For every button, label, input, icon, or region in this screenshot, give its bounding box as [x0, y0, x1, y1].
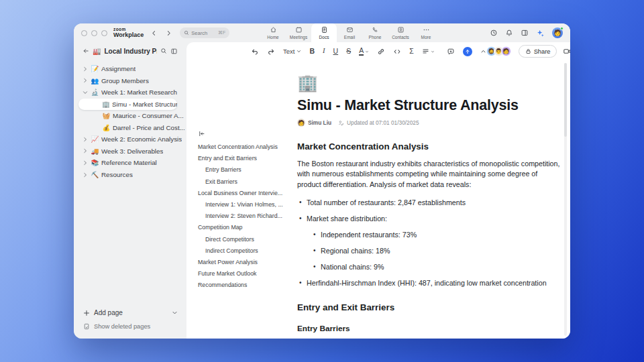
- sidebar-item-assignment[interactable]: 📝Assignment: [74, 63, 186, 75]
- redo-icon[interactable]: [267, 48, 275, 56]
- docs-icon: [321, 26, 328, 34]
- sidebar-item-maurice-consumer-a[interactable]: 🧺Maurice - Consumer A...: [74, 110, 186, 122]
- ai-companion-icon[interactable]: [536, 29, 545, 38]
- outline-item[interactable]: Market Power Analysis: [198, 258, 296, 267]
- chevron-right-icon[interactable]: [83, 66, 89, 72]
- bold-button[interactable]: B: [309, 48, 315, 55]
- outline-item[interactable]: Competition Map: [198, 223, 296, 232]
- strikethrough-button[interactable]: S: [346, 48, 351, 55]
- close-window-button[interactable]: [81, 30, 87, 36]
- chevron-down-icon: [365, 50, 369, 54]
- share-button[interactable]: Share: [519, 45, 557, 58]
- outline-item[interactable]: Recommendations: [198, 281, 296, 290]
- chevron-down-icon[interactable]: [172, 310, 178, 316]
- app-nav-tabs: Home Meetings Docs Email Phone Contacts: [260, 23, 439, 42]
- code-icon[interactable]: [393, 48, 401, 56]
- sidebar-item-simu-market-structur[interactable]: 🏢Simu - Market Structur...: [78, 99, 177, 110]
- formula-button[interactable]: Σ: [409, 48, 414, 55]
- document-canvas: Market Concentration AnalysisEntry and E…: [186, 60, 570, 339]
- outline-item[interactable]: Interview 1: Vivian Holmes, ...: [198, 200, 296, 209]
- show-deleted-pages-button[interactable]: Show deleted pages: [83, 323, 178, 330]
- maximize-window-button[interactable]: [101, 30, 107, 36]
- text-style-dropdown[interactable]: Text: [283, 48, 301, 55]
- bullet-item: Total number of restaurants: 2,847 estab…: [297, 198, 561, 207]
- sidebar-item-week-1-market-research[interactable]: 🔬Week 1: Market Research: [74, 86, 186, 99]
- outline-item[interactable]: Entry and Exit Barriers: [198, 154, 296, 163]
- forward-icon[interactable]: [166, 30, 172, 36]
- project-title: Local Industry Project: [104, 48, 157, 55]
- sidebar-item-week-3-deliverables[interactable]: 🚚Week 3: Deliverables: [74, 145, 186, 158]
- tab-more[interactable]: More: [413, 23, 439, 42]
- outline-item[interactable]: Exit Barriers: [198, 178, 296, 186]
- sidebar-search-icon[interactable]: [160, 48, 167, 54]
- side-panel-icon[interactable]: [521, 29, 529, 37]
- italic-button[interactable]: I: [323, 48, 325, 55]
- collaborator-avatars[interactable]: 🧔 👨 🧑: [486, 46, 511, 56]
- outline-item[interactable]: Interview 2: Steven Richard...: [198, 212, 296, 221]
- scrollbar-thumb[interactable]: [564, 63, 567, 137]
- chevron-right-icon[interactable]: [83, 78, 89, 83]
- page-emoji: 📚: [91, 159, 99, 166]
- collapse-sidebar-icon[interactable]: [170, 48, 178, 55]
- ai-ask-button[interactable]: [463, 47, 472, 56]
- history-clock-icon[interactable]: [490, 29, 498, 37]
- tab-home[interactable]: Home: [260, 23, 286, 42]
- user-avatar[interactable]: 🧑: [552, 27, 563, 38]
- doc-p: The Boston restaurant industry exhibits …: [297, 159, 561, 190]
- author-name: Simu Liu: [308, 119, 331, 126]
- link-icon[interactable]: [377, 48, 385, 56]
- outline-item[interactable]: Direct Competitors: [198, 235, 296, 244]
- align-icon: [422, 48, 429, 55]
- sidebar-item-darrel-price-and-cost[interactable]: 💰Darrel - Price and Cost...: [74, 121, 186, 133]
- search-input[interactable]: Search ⌘F: [180, 27, 229, 38]
- chevron-right-icon[interactable]: [83, 172, 89, 178]
- chevron-right-icon[interactable]: [83, 160, 89, 166]
- chevron-down-icon[interactable]: [83, 90, 89, 95]
- desktop-background: { "chrome": { "brand_line1": "zoom", "br…: [0, 0, 644, 362]
- bullet-item: Market share distribution:: [297, 214, 561, 223]
- undo-icon[interactable]: [251, 48, 259, 56]
- sidebar-item-reference-material[interactable]: 📚Reference Material: [74, 157, 186, 169]
- outline-item[interactable]: Future Market Outlook: [198, 269, 296, 278]
- text-color-button[interactable]: A: [359, 47, 369, 56]
- tab-email[interactable]: Email: [337, 23, 362, 42]
- notifications-bell-icon[interactable]: [505, 29, 513, 37]
- back-icon[interactable]: [151, 30, 157, 36]
- doc-h3: Entry Barriers: [297, 324, 561, 333]
- sidebar-item-resources[interactable]: ⛏️Resources: [74, 169, 186, 181]
- align-dropdown[interactable]: [422, 48, 435, 55]
- tab-docs[interactable]: Docs: [311, 23, 337, 42]
- zoom-workplace-logo: zoom Workplace: [113, 27, 144, 39]
- document-title[interactable]: Simu - Market Structure Analysis: [297, 97, 561, 114]
- document-byline: 🧑 Simu Liu Updated at 07:01 01/30/2025: [297, 119, 561, 127]
- minimize-window-button[interactable]: [91, 30, 97, 36]
- sidebar-item-group-members[interactable]: 👥Group Members: [74, 75, 186, 87]
- contacts-icon: [397, 26, 405, 34]
- outline-item[interactable]: Entry Barriers: [198, 166, 296, 174]
- underline-button[interactable]: U: [333, 48, 339, 55]
- tab-phone[interactable]: Phone: [362, 23, 388, 42]
- outline-collapse-icon[interactable]: [198, 130, 296, 137]
- plus-icon: [83, 310, 90, 316]
- project-emoji: 🏭: [93, 48, 101, 55]
- outline-item[interactable]: Market Concentration Analysis: [198, 143, 296, 152]
- outline-item[interactable]: Indirect Competitors: [198, 247, 296, 255]
- editor-toolbar: Text B I U S A Σ: [186, 42, 570, 60]
- bullet-item: National chains: 9%: [311, 262, 561, 272]
- collaborator-avatar: 🧑: [501, 46, 511, 56]
- tab-contacts[interactable]: Contacts: [388, 23, 413, 42]
- comment-icon[interactable]: [447, 48, 455, 56]
- sidebar-item-week-2-economic-analysis[interactable]: 📈Week 2: Economic Analysis: [74, 133, 186, 145]
- document-emoji: 🏢: [297, 74, 561, 91]
- back-arrow-icon[interactable]: [83, 48, 89, 54]
- outline-item[interactable]: Local Business Owner Intervie...: [198, 189, 296, 198]
- video-camera-icon[interactable]: [563, 47, 570, 56]
- chevron-right-icon[interactable]: [83, 148, 89, 154]
- add-page-button[interactable]: Add page: [83, 309, 178, 316]
- collapse-toolbar-icon[interactable]: [480, 48, 486, 54]
- chevron-right-icon[interactable]: [83, 137, 89, 142]
- chevron-down-icon: [297, 49, 301, 54]
- page-emoji: 🏢: [102, 101, 110, 108]
- document-body[interactable]: 🏢 Simu - Market Structure Analysis 🧑 Sim…: [297, 60, 561, 339]
- tab-meetings[interactable]: Meetings: [286, 23, 311, 42]
